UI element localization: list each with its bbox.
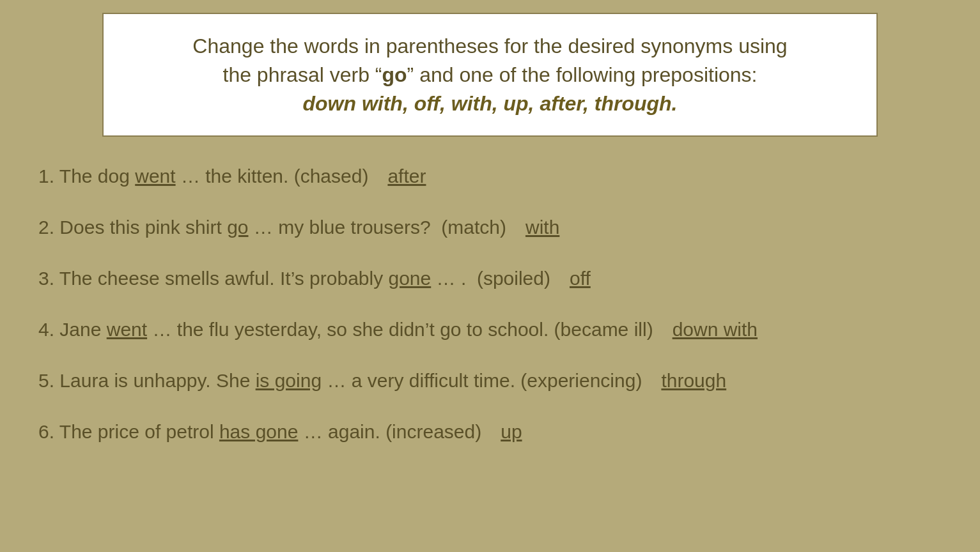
exercise-number-6: 6. — [38, 421, 59, 442]
exercise-before-verb-3: The cheese smells awful. It’s probably — [59, 268, 389, 289]
exercise-answer-2: with — [525, 214, 559, 241]
exercise-sentence-6: 6. The price of petrol has gone … again.… — [38, 418, 481, 445]
exercise-rest-6: … again. (increased) — [298, 421, 481, 442]
exercise-item-2: 2. Does this pink shirt go … my blue tro… — [38, 214, 942, 241]
instruction-prepositions: down with, off, with, up, after, through… — [129, 89, 851, 118]
exercise-item-3: 3. The cheese smells awful. It’s probabl… — [38, 265, 942, 292]
exercise-verb-5: is going — [256, 370, 322, 391]
instruction-line2: the phrasal verb “go” and one of the fol… — [129, 61, 851, 89]
exercise-answer-1: after — [387, 163, 426, 190]
exercise-item-4: 4. Jane went … the flu yesterday, so she… — [38, 316, 942, 343]
exercise-verb-3: gone — [389, 268, 432, 289]
exercise-before-verb-2: Does this pink shirt — [59, 217, 227, 238]
exercise-before-verb-1: The dog — [59, 165, 135, 187]
exercise-sentence-1: 1. The dog went … the kitten. (chased) — [38, 163, 368, 190]
exercise-number-2: 2. — [38, 217, 59, 238]
instruction-text-line1: Change the words in parentheses for the … — [192, 34, 787, 57]
exercise-before-verb-5: Laura is unhappy. She — [59, 370, 255, 391]
instruction-text-go: go — [382, 63, 407, 86]
instruction-text-prefix: the phrasal verb “ — [222, 63, 382, 86]
exercise-number-3: 3. — [38, 268, 59, 289]
exercise-item-5: 5. Laura is unhappy. She is going … a ve… — [38, 367, 942, 394]
instruction-text-suffix: ” and one of the following prepositions: — [407, 63, 758, 86]
exercise-before-verb-4: Jane — [59, 319, 106, 340]
exercise-number-4: 4. — [38, 319, 59, 340]
exercise-sentence-3: 3. The cheese smells awful. It’s probabl… — [38, 265, 550, 292]
exercise-verb-2: go — [227, 217, 248, 238]
exercise-rest-3: … . (spoiled) — [431, 268, 550, 289]
exercises-container: 1. The dog went … the kitten. (chased)af… — [38, 163, 942, 470]
exercise-sentence-4: 4. Jane went … the flu yesterday, so she… — [38, 316, 653, 343]
exercise-rest-2: … my blue trousers? (match) — [249, 217, 506, 238]
exercise-verb-1: went — [135, 165, 175, 187]
exercise-number-5: 5. — [38, 370, 59, 391]
exercise-number-1: 1. — [38, 165, 59, 187]
exercise-answer-5: through — [661, 367, 726, 394]
exercise-item-1: 1. The dog went … the kitten. (chased)af… — [38, 163, 942, 190]
exercise-rest-1: … the kitten. (chased) — [176, 165, 369, 187]
exercise-rest-5: … a very difficult time. (experiencing) — [322, 370, 642, 391]
exercise-answer-3: off — [570, 265, 591, 292]
exercise-sentence-2: 2. Does this pink shirt go … my blue tro… — [38, 214, 506, 241]
instruction-box: Change the words in parentheses for the … — [102, 13, 878, 137]
exercise-answer-6: up — [501, 418, 522, 445]
exercise-verb-6: has gone — [219, 421, 298, 442]
exercise-verb-4: went — [107, 319, 147, 340]
exercise-item-6: 6. The price of petrol has gone … again.… — [38, 418, 942, 445]
exercise-sentence-5: 5. Laura is unhappy. She is going … a ve… — [38, 367, 642, 394]
exercise-rest-4: … the flu yesterday, so she didn’t go to… — [147, 319, 653, 340]
exercise-answer-4: down with — [673, 316, 758, 343]
exercise-before-verb-6: The price of petrol — [59, 421, 219, 442]
instruction-line1: Change the words in parentheses for the … — [129, 32, 851, 61]
